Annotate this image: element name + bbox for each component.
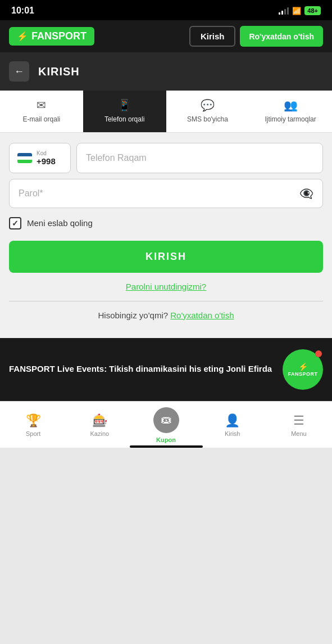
tab-social-label: Ijtimoiy tarmoqlar — [265, 115, 316, 124]
back-button[interactable]: ← — [9, 61, 29, 82]
sms-tab-icon: 💬 — [201, 98, 215, 112]
nav-kupon[interactable]: 🎟 Kupon — [133, 402, 199, 448]
tab-sms[interactable]: 💬 SMS bo'yicha — [166, 91, 249, 132]
tab-email-label: E-mail orqali — [23, 115, 61, 124]
forgot-password-link[interactable]: Parolni unutdingizmi? — [126, 282, 206, 291]
nav-kirish[interactable]: 👤 Kirish — [199, 402, 266, 448]
promo-logo-wrap: ⚡ FANSPORT — [283, 349, 323, 390]
promo-logo-arrow-icon: ⚡ — [298, 362, 308, 371]
tab-email[interactable]: ✉ E-mail orqali — [0, 91, 83, 132]
kazino-nav-icon: 🎰 — [92, 413, 107, 428]
email-tab-icon: ✉ — [37, 98, 46, 112]
remember-label: Meni eslab qoling — [27, 218, 93, 228]
tab-phone-label: Telefon orqali — [104, 115, 144, 124]
promo-text: FANSPORT Live Events: Tikish dinamikasin… — [9, 363, 276, 376]
social-tab-icon: 👥 — [284, 98, 298, 112]
app-logo: ⚡ FANSPORT — [9, 27, 94, 46]
header-login-button[interactable]: Kirish — [189, 26, 236, 47]
register-text: Hisobingiz yo'qmi? — [98, 310, 168, 320]
promo-banner: FANSPORT Live Events: Tikish dinamikasin… — [0, 338, 332, 401]
logo-text: FANSPORT — [31, 30, 87, 42]
logo-arrow-icon: ⚡ — [17, 31, 28, 42]
tab-phone[interactable]: 📱 Telefon orqali — [83, 91, 166, 132]
header-register-button[interactable]: Ro'yxatdan o'tish — [240, 26, 323, 47]
toggle-password-icon[interactable]: 👁‍🗨 — [299, 187, 313, 200]
main-content: ✉ E-mail orqali 📱 Telefon orqali 💬 SMS b… — [0, 91, 332, 401]
checkmark-icon: ✓ — [12, 219, 19, 228]
nav-menu-label: Menu — [291, 430, 307, 437]
login-form: Kod +998 👁‍🗨 ✓ Meni eslab qoling KIRISH … — [0, 134, 332, 338]
phone-input[interactable] — [76, 143, 323, 173]
wifi-icon: 📶 — [292, 7, 301, 15]
app-header: ⚡ FANSPORT Kirish Ro'yxatdan o'tish — [0, 20, 332, 52]
status-icons: 📶 48+ — [279, 6, 321, 15]
battery-badge: 48+ — [304, 6, 321, 15]
nav-menu[interactable]: ☰ Menu — [266, 402, 332, 448]
code-label: Kod — [37, 150, 56, 156]
page-title: KIRISH — [38, 65, 80, 78]
country-code-value: +998 — [37, 156, 56, 166]
country-code-text: Kod +998 — [37, 150, 56, 166]
back-arrow-icon: ← — [14, 66, 24, 78]
status-bar: 10:01 📶 48+ — [0, 0, 332, 20]
remember-me-row: ✓ Meni eslab qoling — [9, 217, 323, 229]
password-input[interactable] — [19, 179, 299, 208]
signal-icon — [279, 7, 289, 15]
sport-nav-icon: 🏆 — [26, 413, 41, 428]
menu-nav-icon: ☰ — [293, 413, 304, 428]
phone-row: Kod +998 — [9, 143, 323, 173]
page-header: ← KIRISH — [0, 52, 332, 91]
nav-kirish-label: Kirish — [225, 430, 240, 437]
password-field-wrapper: 👁‍🗨 — [9, 179, 323, 208]
country-code-selector[interactable]: Kod +998 — [9, 143, 71, 173]
tab-social[interactable]: 👥 Ijtimoiy tarmoqlar — [249, 91, 332, 132]
nav-sport[interactable]: 🏆 Sport — [0, 402, 66, 448]
bottom-navigation: 🏆 Sport 🎰 Kazino 🎟 Kupon 👤 Kirish ☰ Menu — [0, 401, 332, 448]
kupon-circle: 🎟 — [153, 407, 179, 433]
remember-checkbox[interactable]: ✓ — [9, 217, 21, 229]
nav-kazino-label: Kazino — [90, 430, 109, 437]
divider — [9, 301, 323, 301]
login-submit-button[interactable]: KIRISH — [9, 241, 323, 273]
register-row: Hisobingiz yo'qmi? Ro'yxatdan o'tish — [9, 310, 323, 320]
register-link[interactable]: Ro'yxatdan o'tish — [170, 310, 234, 320]
home-indicator — [130, 445, 203, 448]
kirish-nav-icon: 👤 — [225, 413, 240, 428]
promo-notification-dot — [315, 350, 322, 357]
forgot-password-link-wrap: Parolni unutdingizmi? — [9, 282, 323, 292]
nav-kazino[interactable]: 🎰 Kazino — [66, 402, 133, 448]
header-buttons: Kirish Ro'yxatdan o'tish — [189, 26, 323, 47]
time-display: 10:01 — [11, 6, 34, 16]
nav-kupon-label: Kupon — [156, 436, 176, 443]
login-method-tabs: ✉ E-mail orqali 📱 Telefon orqali 💬 SMS b… — [0, 91, 332, 133]
nav-sport-label: Sport — [26, 430, 40, 437]
kupon-nav-icon: 🎟 — [161, 413, 172, 426]
tab-sms-label: SMS bo'yicha — [187, 115, 228, 124]
uzbekistan-flag — [17, 153, 32, 163]
promo-logo-text: FANSPORT — [288, 371, 317, 377]
phone-tab-icon: 📱 — [117, 98, 131, 112]
